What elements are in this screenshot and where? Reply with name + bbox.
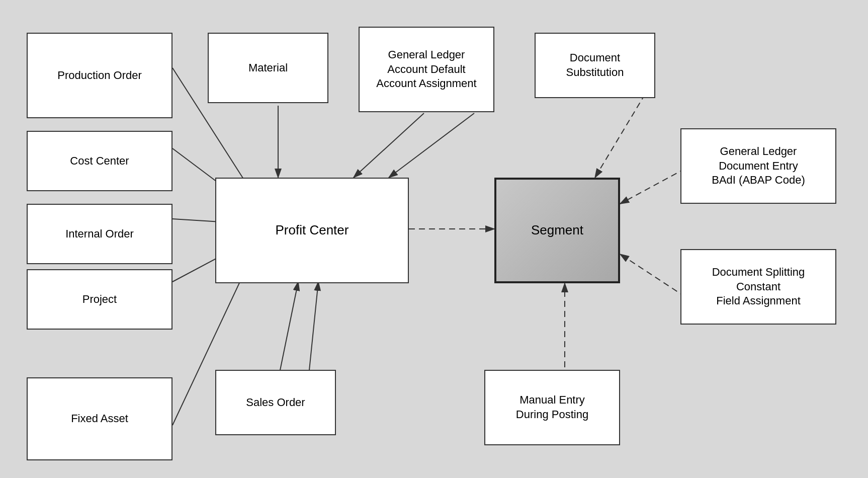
sales-order-label: Sales Order <box>246 395 305 410</box>
fixed-asset-box: Fixed Asset <box>27 377 172 460</box>
doc-substitution-label: Document Substitution <box>566 51 624 79</box>
internal-order-label: Internal Order <box>65 227 134 242</box>
svg-line-15 <box>620 254 685 297</box>
svg-line-13 <box>595 86 650 178</box>
manual-entry-label: Manual Entry During Posting <box>516 393 588 422</box>
svg-line-8 <box>354 113 424 178</box>
production-order-label: Production Order <box>57 68 142 83</box>
internal-order-box: Internal Order <box>27 204 172 264</box>
profit-center-box: Profit Center <box>215 178 409 283</box>
doc-splitting-box: Document Splitting Constant Field Assign… <box>680 249 836 325</box>
svg-line-14 <box>620 169 685 204</box>
cost-center-label: Cost Center <box>70 154 129 169</box>
doc-splitting-label: Document Splitting Constant Field Assign… <box>712 265 805 308</box>
diagram-container: Production Order Cost Center Internal Or… <box>7 8 861 470</box>
material-label: Material <box>248 61 288 75</box>
svg-line-16 <box>308 282 318 380</box>
production-order-box: Production Order <box>27 33 172 118</box>
gl-account-label: General Ledger Account Default Account A… <box>376 48 476 91</box>
svg-line-9 <box>389 113 474 178</box>
segment-label: Segment <box>531 222 583 239</box>
svg-line-10 <box>278 282 298 380</box>
project-label: Project <box>82 292 117 307</box>
project-box: Project <box>27 269 172 330</box>
gl-badi-box: General Ledger Document Entry BAdI (ABAP… <box>680 128 836 204</box>
sales-order-box: Sales Order <box>215 370 336 435</box>
gl-account-box: General Ledger Account Default Account A… <box>359 27 494 112</box>
manual-entry-box: Manual Entry During Posting <box>484 370 620 445</box>
doc-substitution-box: Document Substitution <box>535 33 655 98</box>
segment-box: Segment <box>494 178 620 283</box>
fixed-asset-label: Fixed Asset <box>71 412 128 426</box>
profit-center-label: Profit Center <box>276 222 349 239</box>
gl-badi-label: General Ledger Document Entry BAdI (ABAP… <box>712 144 805 188</box>
material-box: Material <box>208 33 328 103</box>
cost-center-box: Cost Center <box>27 131 172 191</box>
